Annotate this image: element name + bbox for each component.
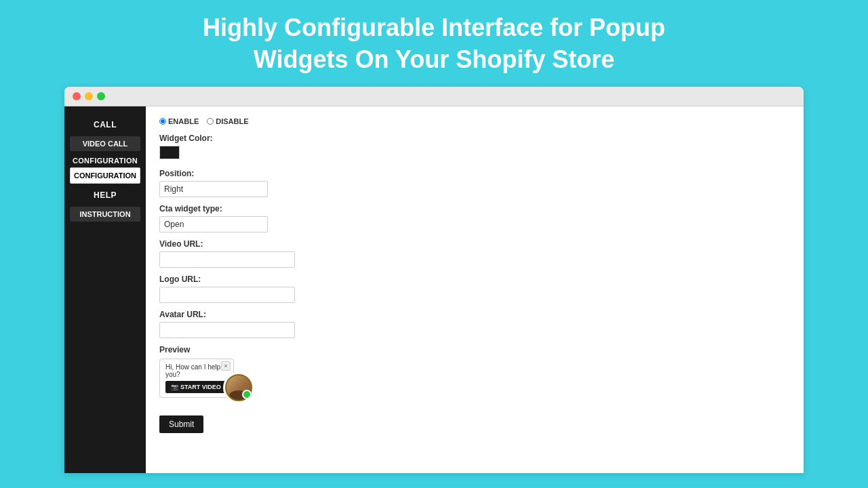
sidebar-item-help[interactable]: HELP — [64, 185, 146, 205]
cta-widget-type-input[interactable] — [159, 216, 268, 232]
position-input[interactable] — [159, 181, 268, 197]
call-label: CALL — [94, 120, 117, 129]
logo-url-input[interactable] — [159, 287, 295, 303]
main-content: ENABLE DISABLE Widget Color: Position: C… — [146, 106, 804, 473]
logo-url-label: Logo URL: — [159, 274, 790, 284]
browser-titlebar — [64, 87, 804, 106]
avatar-url-label: Avatar URL: — [159, 310, 790, 319]
cta-widget-type-label: Cta widget type: — [159, 204, 790, 214]
sidebar: CALL VIDEO CALL CONFIGURATION CONFIGURAT… — [64, 106, 146, 473]
video-call-button[interactable]: VIDEO CALL — [70, 136, 140, 151]
start-video-button[interactable]: 📷 START VIDEO — [165, 381, 226, 393]
preview-widget: × Hi, How can I help you? 📷 START VIDEO — [159, 359, 234, 398]
start-video-label: START VIDEO — [180, 384, 221, 390]
browser-body: CALL VIDEO CALL CONFIGURATION CONFIGURAT… — [64, 106, 804, 473]
sidebar-item-call[interactable]: CALL — [64, 115, 146, 135]
position-row: Position: — [159, 169, 790, 197]
video-url-label: Video URL: — [159, 239, 790, 249]
video-url-input[interactable] — [159, 251, 295, 268]
avatar-url-row: Avatar URL: — [159, 310, 790, 338]
header-line1: Highly Configurable Interface for Popup — [203, 14, 665, 41]
preview-section: Preview × Hi, How can I help you? 📷 STAR… — [159, 345, 790, 406]
browser-window: CALL VIDEO CALL CONFIGURATION CONFIGURAT… — [64, 87, 804, 473]
widget-color-row: Widget Color: — [159, 134, 790, 162]
enable-radio[interactable] — [159, 118, 166, 125]
avatar-url-input[interactable] — [159, 322, 295, 338]
widget-close-button[interactable]: × — [221, 361, 231, 371]
submit-button[interactable]: Submit — [159, 415, 203, 433]
enable-disable-row: ENABLE DISABLE — [159, 117, 790, 125]
enable-text: ENABLE — [168, 117, 199, 125]
cta-widget-type-row: Cta widget type: — [159, 204, 790, 232]
avatar-preview — [223, 372, 254, 403]
video-url-row: Video URL: — [159, 239, 790, 268]
configuration-button[interactable]: CONFIGURATION — [70, 167, 140, 184]
widget-color-label: Widget Color: — [159, 134, 790, 143]
color-swatch[interactable] — [159, 146, 180, 159]
disable-radio-label[interactable]: DISABLE — [207, 117, 248, 125]
traffic-light-green[interactable] — [97, 92, 105, 100]
instruction-button[interactable]: INSTRUCTION — [70, 207, 140, 222]
header-title: Highly Configurable Interface for Popup … — [14, 12, 854, 76]
avatar-body — [229, 390, 248, 400]
traffic-light-yellow[interactable] — [85, 92, 93, 100]
widget-question-text: Hi, How can I help you? — [165, 363, 228, 378]
disable-radio[interactable] — [207, 118, 214, 125]
camera-icon: 📷 — [171, 384, 178, 390]
disable-text: DISABLE — [216, 117, 248, 125]
preview-label: Preview — [159, 345, 790, 354]
header-line2: Widgets On Your Shopify Store — [254, 45, 614, 73]
page-header: Highly Configurable Interface for Popup … — [0, 0, 868, 87]
avatar-face — [226, 375, 251, 400]
logo-url-row: Logo URL: — [159, 274, 790, 303]
configuration-section-label: CONFIGURATION — [64, 152, 146, 166]
widget-popup: × Hi, How can I help you? 📷 START VIDEO — [159, 359, 234, 398]
help-label: HELP — [94, 190, 117, 200]
position-label: Position: — [159, 169, 790, 178]
enable-radio-label[interactable]: ENABLE — [159, 117, 199, 125]
traffic-light-red[interactable] — [73, 92, 81, 100]
